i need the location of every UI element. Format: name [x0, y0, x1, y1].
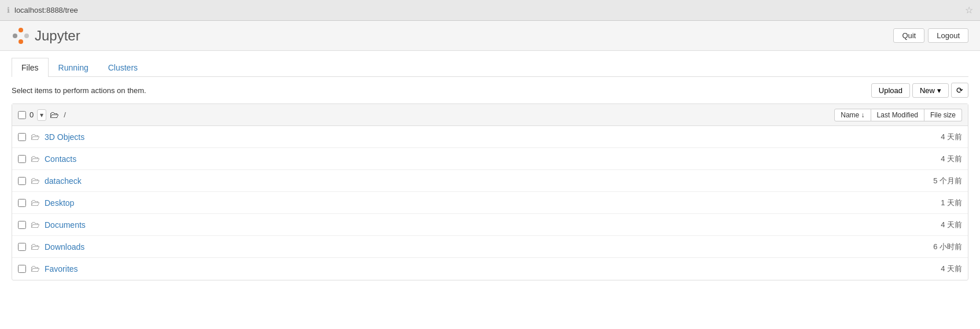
col-size-button[interactable]: File size	[924, 109, 962, 121]
table-row: 🗁 Favorites 4 天前	[12, 258, 968, 280]
file-checkbox[interactable]	[18, 265, 26, 273]
refresh-icon: ⟳	[956, 86, 963, 95]
info-icon: ℹ	[7, 6, 10, 14]
folder-icon: 🗁	[31, 132, 40, 142]
jupyter-logo-text: Jupyter	[35, 28, 80, 44]
svg-point-2	[13, 34, 17, 38]
folder-icon: 🗁	[31, 264, 40, 274]
select-info-text: Select items to perform actions on them.	[12, 86, 146, 95]
file-row-left: 🗁 datacheck	[18, 176, 893, 186]
tab-running[interactable]: Running	[49, 58, 98, 77]
table-row: 🗁 Desktop 1 天前	[12, 192, 968, 214]
file-modified: 6 小时前	[893, 242, 962, 252]
file-modified: 4 天前	[893, 132, 962, 142]
file-link[interactable]: datacheck	[45, 176, 82, 186]
refresh-button[interactable]: ⟳	[951, 83, 968, 98]
file-checkbox[interactable]	[18, 199, 26, 207]
file-row-left: 🗁 Contacts	[18, 154, 893, 164]
file-checkbox[interactable]	[18, 133, 26, 141]
main-content: Files Running Clusters Select items to p…	[0, 51, 980, 280]
file-modified: 4 天前	[893, 220, 962, 230]
col-modified-button[interactable]: Last Modified	[871, 109, 924, 121]
file-link[interactable]: 3D Objects	[45, 132, 84, 142]
col-name-label: Name	[841, 111, 859, 119]
folder-icon: 🗁	[31, 154, 40, 164]
file-checkbox[interactable]	[18, 155, 26, 163]
col-name-sort-icon: ↓	[861, 111, 865, 119]
file-row-left: 🗁 Desktop	[18, 198, 893, 208]
table-row: 🗁 Documents 4 天前	[12, 214, 968, 236]
file-row-left: 🗁 Documents	[18, 220, 893, 230]
svg-point-3	[24, 34, 29, 38]
file-checkbox[interactable]	[18, 177, 26, 185]
folder-icon: 🗁	[31, 242, 40, 252]
file-modified: 5 个月前	[893, 176, 962, 186]
app-header: Jupyter Quit Logout	[0, 21, 980, 51]
file-link[interactable]: Downloads	[45, 242, 84, 252]
select-all-checkbox[interactable]	[18, 111, 26, 119]
tab-clusters[interactable]: Clusters	[98, 58, 148, 77]
upload-button[interactable]: Upload	[871, 83, 910, 98]
file-table: 0 ▾ 🗁 / Name ↓ Last Modified File size 🗁…	[12, 103, 968, 280]
new-button-label: New	[920, 86, 935, 95]
url-text: localhost:8888/tree	[14, 6, 78, 14]
breadcrumb-path: /	[64, 110, 66, 119]
table-row: 🗁 3D Objects 4 天前	[12, 126, 968, 148]
jupyter-logo-icon	[12, 27, 30, 45]
file-modified: 4 天前	[893, 154, 962, 164]
file-row-left: 🗁 Downloads	[18, 242, 893, 252]
header-buttons: Quit Logout	[893, 28, 968, 43]
file-link[interactable]: Contacts	[45, 154, 76, 164]
folder-icon: 🗁	[31, 198, 40, 208]
file-rows-container: 🗁 3D Objects 4 天前 🗁 Contacts 4 天前 🗁 data…	[12, 126, 968, 280]
toolbar-right: Upload New ▾ ⟳	[871, 83, 968, 98]
new-button[interactable]: New ▾	[912, 83, 949, 98]
table-row: 🗁 Contacts 4 天前	[12, 148, 968, 170]
logout-button[interactable]: Logout	[928, 28, 968, 43]
file-row-left: 🗁 Favorites	[18, 264, 893, 274]
file-checkbox[interactable]	[18, 221, 26, 229]
folder-icon: 🗁	[31, 176, 40, 186]
count-dropdown-button[interactable]: ▾	[37, 109, 46, 121]
file-row-left: 🗁 3D Objects	[18, 132, 893, 142]
table-row: 🗁 datacheck 5 个月前	[12, 170, 968, 192]
tab-files[interactable]: Files	[12, 58, 49, 77]
file-checkbox[interactable]	[18, 243, 26, 251]
svg-point-0	[19, 28, 23, 32]
header-right: Name ↓ Last Modified File size	[834, 109, 962, 121]
table-row: 🗁 Downloads 6 小时前	[12, 236, 968, 258]
new-dropdown-arrow-icon: ▾	[937, 86, 941, 95]
tabs-bar: Files Running Clusters	[12, 51, 968, 77]
file-link[interactable]: Favorites	[45, 264, 78, 273]
browser-bar: ℹ localhost:8888/tree ☆	[0, 0, 980, 21]
file-modified: 4 天前	[893, 264, 962, 274]
file-table-header: 0 ▾ 🗁 / Name ↓ Last Modified File size	[12, 104, 968, 126]
file-link[interactable]: Documents	[45, 220, 86, 230]
file-link[interactable]: Desktop	[45, 198, 74, 208]
toolbar: Select items to perform actions on them.…	[12, 77, 968, 103]
bookmark-star-icon[interactable]: ☆	[965, 5, 973, 16]
col-name-button[interactable]: Name ↓	[834, 109, 871, 121]
folder-icon: 🗁	[31, 220, 40, 230]
file-modified: 1 天前	[893, 198, 962, 208]
selected-count: 0	[30, 110, 34, 119]
browser-url: ℹ localhost:8888/tree	[7, 6, 78, 14]
quit-button[interactable]: Quit	[893, 28, 924, 43]
jupyter-logo: Jupyter	[12, 27, 80, 45]
breadcrumb-folder-icon: 🗁	[50, 110, 59, 120]
svg-point-1	[19, 39, 23, 44]
header-left: 0 ▾ 🗁 /	[18, 109, 834, 121]
